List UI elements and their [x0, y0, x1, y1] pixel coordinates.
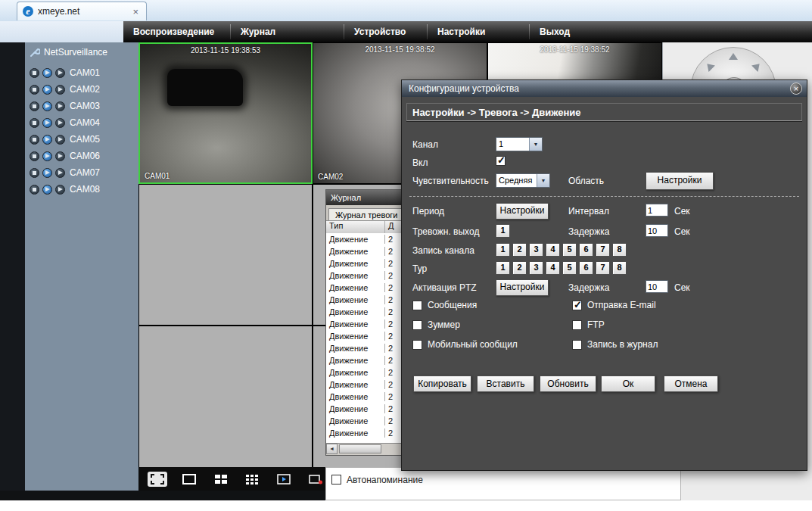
record-channel-button[interactable]: 5 — [562, 243, 577, 257]
camera-row[interactable]: CAM02 — [30, 82, 100, 97]
tour-button[interactable]: 1 — [496, 261, 510, 275]
video-cell-empty[interactable] — [138, 326, 313, 468]
nav-item-settings[interactable]: Настройки — [428, 21, 530, 42]
tour-button[interactable]: 7 — [596, 261, 610, 275]
play-sub-icon[interactable] — [55, 118, 65, 128]
stop-icon[interactable] — [30, 135, 39, 145]
record-channel-button[interactable]: 2 — [512, 243, 527, 257]
cancel-button[interactable]: Отмена — [664, 375, 718, 392]
nav-item-device[interactable]: Устройство — [344, 21, 428, 42]
buzzer-option[interactable]: Зуммер — [412, 319, 460, 330]
delay-input[interactable] — [646, 224, 668, 237]
mobile-checkbox[interactable] — [412, 340, 422, 350]
camera-row[interactable]: CAM03 — [30, 98, 100, 114]
stop-icon[interactable] — [30, 168, 39, 178]
nav-item-exit[interactable]: Выход — [530, 21, 602, 42]
play-main-icon[interactable] — [42, 168, 52, 178]
record-channel-button[interactable]: 6 — [579, 243, 593, 257]
nav-item-journal[interactable]: Журнал — [231, 21, 344, 42]
play-sub-icon[interactable] — [55, 85, 65, 95]
play-sub-icon[interactable] — [55, 185, 65, 195]
email-checkbox[interactable]: ✓ — [572, 301, 582, 310]
chevron-down-icon[interactable]: ▼ — [529, 138, 542, 151]
stop-icon[interactable] — [30, 185, 39, 195]
record-icon[interactable] — [306, 472, 325, 487]
messages-option[interactable]: Сообщения — [412, 300, 477, 310]
record-channel-button[interactable]: 1 — [496, 243, 510, 257]
tour-button[interactable]: 3 — [529, 261, 543, 275]
paste-button[interactable]: Вставить — [477, 375, 534, 392]
ftp-option[interactable]: FTP — [572, 319, 605, 330]
ftp-checkbox[interactable] — [572, 320, 582, 330]
fullscreen-icon[interactable] — [148, 472, 167, 487]
play-main-icon[interactable] — [42, 101, 52, 111]
tour-button[interactable]: 4 — [546, 261, 560, 275]
email-option[interactable]: ✓ Отправка E-mail — [572, 300, 656, 310]
play-sub-icon[interactable] — [55, 151, 65, 161]
play-main-icon[interactable] — [42, 151, 52, 161]
auto-reminder-checkbox[interactable] — [331, 475, 341, 485]
log-option[interactable]: Запись в журнал — [572, 339, 658, 350]
scrollbar-thumb[interactable] — [339, 444, 381, 453]
play-sub-icon[interactable] — [55, 68, 65, 78]
camera-row[interactable]: CAM06 — [30, 148, 100, 164]
record-channel-button[interactable]: 7 — [596, 243, 610, 257]
ptz-arrow-upleft[interactable] — [704, 61, 715, 72]
stop-icon[interactable] — [30, 118, 39, 128]
layout-nine-icon[interactable] — [242, 472, 262, 487]
period-settings-button[interactable]: Настройки — [496, 203, 549, 220]
copy-button[interactable]: Копировать — [413, 375, 471, 392]
messages-checkbox[interactable] — [412, 301, 422, 310]
column-type[interactable]: Тип — [326, 221, 385, 233]
alarm-output-1-button[interactable]: 1 — [496, 224, 510, 238]
play-main-icon[interactable] — [42, 68, 52, 78]
camera-row[interactable]: CAM07 — [30, 165, 100, 180]
camera-row[interactable]: CAM01 — [30, 65, 100, 80]
stop-icon[interactable] — [30, 101, 39, 111]
buzzer-checkbox[interactable] — [412, 320, 422, 330]
tour-button[interactable]: 6 — [579, 261, 593, 275]
playback-icon[interactable] — [274, 472, 294, 487]
ptz-settings-button[interactable]: Настройки — [496, 279, 549, 296]
play-main-icon[interactable] — [42, 185, 52, 195]
log-checkbox[interactable] — [572, 340, 582, 350]
tour-button[interactable]: 5 — [562, 261, 577, 275]
channel-select[interactable]: 1 ▼ — [496, 137, 543, 151]
dialog-close-icon[interactable]: × — [790, 83, 802, 95]
stop-icon[interactable] — [30, 85, 39, 95]
tab-alarm-journal[interactable]: Журнал тревоги — [328, 208, 404, 220]
dialog-title-bar[interactable]: Конфигурации устройства — [402, 80, 807, 97]
play-main-icon[interactable] — [42, 135, 52, 145]
play-main-icon[interactable] — [42, 85, 52, 95]
video-feed-cam01[interactable]: 2013-11-15 19:38:53 CAM01 — [138, 42, 313, 184]
record-channel-button[interactable]: 8 — [612, 243, 627, 257]
record-channel-button[interactable]: 3 — [529, 243, 543, 257]
play-sub-icon[interactable] — [55, 101, 65, 111]
stop-icon[interactable] — [30, 151, 39, 161]
tour-button[interactable]: 2 — [512, 261, 527, 275]
device-group[interactable]: NetSurveillance — [25, 42, 138, 61]
browser-tab[interactable]: e xmeye.net × — [17, 2, 147, 20]
interval-input[interactable] — [646, 204, 668, 217]
camera-row[interactable]: CAM08 — [30, 182, 100, 197]
nav-item-playback[interactable]: Воспроизведение — [123, 21, 231, 42]
ok-button[interactable]: Ок — [601, 375, 655, 392]
layout-quad-icon[interactable] — [211, 472, 231, 487]
refresh-button[interactable]: Обновить — [540, 375, 596, 392]
tab-close-icon[interactable]: × — [130, 6, 141, 17]
tour-button[interactable]: 8 — [612, 261, 627, 275]
scroll-left-icon[interactable]: ◄ — [326, 444, 338, 454]
mobile-option[interactable]: Мобильный сообщил — [412, 339, 518, 350]
region-settings-button[interactable]: Настройки — [646, 172, 714, 190]
play-sub-icon[interactable] — [55, 135, 65, 145]
sensitivity-select[interactable]: Средняя ▼ — [496, 173, 550, 188]
camera-row[interactable]: CAM05 — [30, 132, 100, 147]
ptz-delay-input[interactable] — [646, 280, 668, 293]
camera-row[interactable]: CAM04 — [30, 115, 100, 130]
layout-single-icon[interactable] — [179, 472, 199, 487]
video-cell-empty[interactable] — [138, 184, 313, 326]
enable-checkbox[interactable]: ✓ — [496, 156, 506, 166]
play-sub-icon[interactable] — [55, 168, 65, 178]
stop-icon[interactable] — [30, 68, 39, 78]
chevron-down-icon[interactable]: ▼ — [537, 174, 549, 187]
